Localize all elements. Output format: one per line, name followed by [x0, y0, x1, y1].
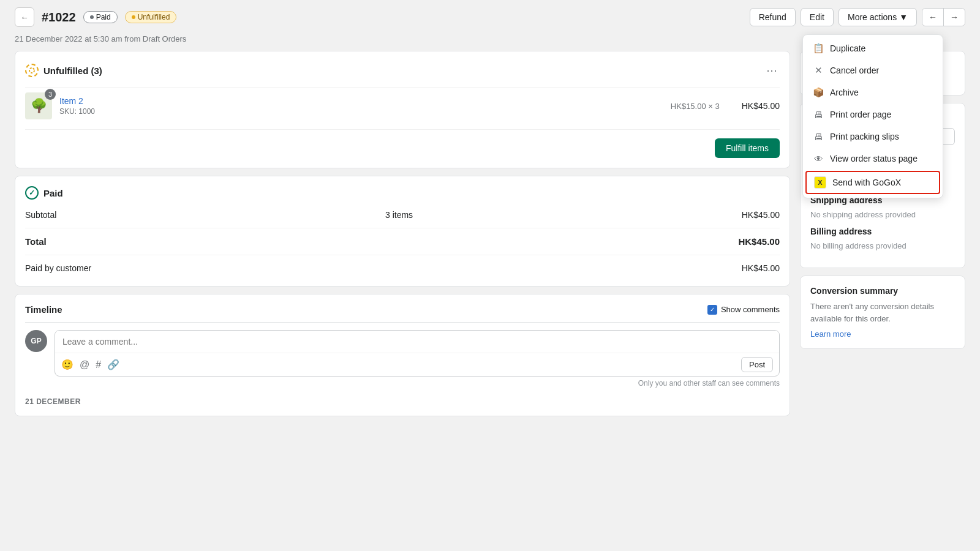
eye-icon: 👁 — [813, 153, 824, 164]
paid-card: ✓ Paid Subtotal 3 items HK$45.00 Total H… — [15, 176, 790, 287]
unfulfilled-card-header: Unfulfilled (3) ⋯ — [25, 61, 780, 80]
paid-card-header: ✓ Paid — [25, 186, 780, 200]
paid-by-customer-row: Paid by customer HK$45.00 — [25, 260, 780, 276]
dropdown-item-cancel[interactable]: ✕ Cancel order — [803, 59, 943, 81]
x-icon: ✕ — [813, 65, 824, 76]
subtotal-label: Subtotal — [25, 210, 56, 220]
dropdown-item-view-status[interactable]: 👁 View order status page — [803, 148, 943, 170]
left-column: Unfulfilled (3) ⋯ 🌳 3 Item 2 SKU: 1000 — [15, 51, 790, 416]
shipping-section: Shipping address No shipping address pro… — [810, 195, 955, 219]
billing-section: Billing address No billing address provi… — [810, 227, 955, 250]
show-comments-label: Show comments — [721, 305, 780, 314]
timeline-header: Timeline ✓ Show comments — [25, 304, 780, 323]
timeline-date-label: 21 DECEMBER — [25, 388, 780, 406]
dropdown-item-print-packing[interactable]: 🖶 Print packing slips — [803, 126, 943, 148]
show-comments-checkbox[interactable]: ✓ — [707, 305, 717, 315]
billing-title: Billing address — [810, 227, 955, 236]
more-actions-button[interactable]: More actions ▼ — [839, 8, 917, 26]
order-item-row: 🌳 3 Item 2 SKU: 1000 HK$15.00 × 3 HK$45.… — [25, 87, 780, 124]
more-actions-dropdown: 📋 Duplicate ✕ Cancel order 📦 Archive 🖶 P… — [802, 34, 943, 198]
next-order-button[interactable]: → — [944, 9, 965, 26]
fulfill-btn-row: Fulfill items — [25, 129, 780, 158]
nav-arrows: ← → — [922, 8, 965, 26]
total-row: Total HK$45.00 — [25, 233, 780, 250]
link-icon[interactable]: 🔗 — [107, 359, 119, 370]
post-button[interactable]: Post — [741, 357, 773, 372]
conversion-card: Conversion summary There aren't any conv… — [800, 276, 965, 349]
refund-button[interactable]: Refund — [750, 8, 796, 26]
dropdown-item-print-order[interactable]: 🖶 Print order page — [803, 103, 943, 126]
item-quantity-badge: 3 — [45, 89, 56, 100]
comment-toolbar: 🙂 @ # 🔗 Post — [55, 353, 779, 376]
subtotal-value: HK$45.00 — [742, 210, 780, 220]
gogox-icon: X — [814, 176, 826, 189]
no-shipping: No shipping address provided — [810, 210, 955, 219]
item-total-price: HK$45.00 — [742, 101, 780, 111]
conversion-text: There aren't any conversion details avai… — [810, 301, 955, 324]
unfulfilled-badge: Unfulfilled — [125, 11, 177, 23]
archive-icon: 📦 — [813, 87, 824, 98]
comment-input[interactable] — [55, 331, 779, 353]
item-sku: SKU: 1000 — [59, 107, 663, 116]
header-actions: Refund Edit More actions ▼ ← → — [750, 8, 965, 26]
avatar: GP — [25, 330, 47, 352]
dropdown-item-duplicate[interactable]: 📋 Duplicate — [803, 37, 943, 59]
unfulfilled-status-icon — [25, 64, 39, 77]
order-number: #1022 — [42, 10, 76, 24]
item-name-link[interactable]: Item 2 — [59, 96, 83, 106]
timeline-card: Timeline ✓ Show comments GP 🙂 @ # — [15, 294, 790, 416]
prev-order-button[interactable]: ← — [922, 9, 944, 26]
back-button[interactable]: ← — [15, 7, 34, 27]
dropdown-item-archive[interactable]: 📦 Archive — [803, 81, 943, 103]
paid-by-label: Paid by customer — [25, 263, 91, 273]
no-billing: No billing address provided — [810, 241, 955, 250]
printer-icon: 🖶 — [813, 109, 824, 120]
total-value: HK$45.00 — [738, 236, 780, 247]
unfulfilled-card: Unfulfilled (3) ⋯ 🌳 3 Item 2 SKU: 1000 — [15, 51, 790, 168]
edit-button[interactable]: Edit — [801, 8, 834, 26]
paid-status-icon: ✓ — [25, 186, 39, 200]
hashtag-icon[interactable]: # — [96, 359, 101, 370]
chevron-down-icon: ▼ — [899, 12, 908, 22]
paid-title: ✓ Paid — [25, 186, 63, 200]
item-unit-price: HK$15.00 × 3 — [671, 102, 720, 111]
dropdown-item-send-gogox[interactable]: X Send with GoGoX — [805, 171, 940, 194]
comment-box: 🙂 @ # 🔗 Post — [55, 330, 780, 377]
paid-by-value: HK$45.00 — [742, 263, 780, 273]
unfulfilled-more-icon[interactable]: ⋯ — [764, 61, 780, 80]
emoji-icon[interactable]: 🙂 — [61, 359, 74, 370]
conversion-title: Conversion summary — [810, 286, 955, 296]
item-image-wrap: 🌳 3 — [25, 92, 52, 119]
paid-badge: Paid — [83, 11, 118, 23]
learn-more-link[interactable]: Learn more — [810, 329, 955, 339]
page-header: ← #1022 Paid Unfulfilled Refund Edit Mor… — [0, 0, 980, 34]
comment-note: Only you and other staff can see comment… — [25, 377, 780, 388]
subtotal-items: 3 items — [385, 210, 413, 220]
fulfill-items-button[interactable]: Fulfill items — [715, 138, 780, 158]
unfulfilled-title: Unfulfilled (3) — [25, 64, 102, 77]
copy-icon: 📋 — [813, 43, 824, 54]
svg-point-0 — [29, 68, 34, 73]
printer2-icon: 🖶 — [813, 131, 824, 142]
show-comments-toggle[interactable]: ✓ Show comments — [707, 305, 780, 315]
total-label: Total — [25, 236, 47, 247]
comment-row: GP 🙂 @ # 🔗 Post — [25, 330, 780, 377]
item-thumbnail: 🌳 — [31, 98, 47, 114]
mention-icon[interactable]: @ — [80, 359, 89, 370]
item-info: Item 2 SKU: 1000 — [59, 96, 663, 116]
timeline-title: Timeline — [25, 304, 62, 315]
subtotal-row: Subtotal 3 items HK$45.00 — [25, 207, 780, 223]
